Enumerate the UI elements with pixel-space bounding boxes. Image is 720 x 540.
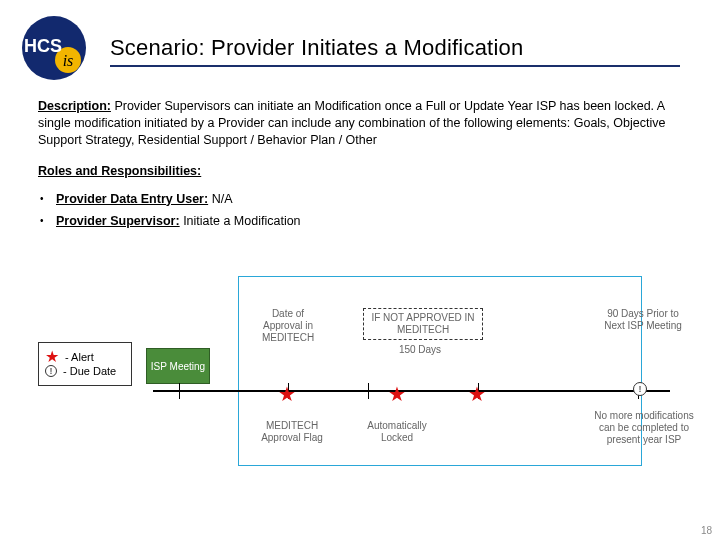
label-90-days: 90 Days Prior to Next ISP Meeting	[598, 308, 688, 332]
role-detail: N/A	[212, 192, 233, 206]
description-text: Provider Supervisors can initiate an Mod…	[38, 99, 665, 147]
label-date-approval: Date of Approval in MEDITECH	[253, 308, 323, 344]
slide-header: HCS is Scenario: Provider Initiates a Mo…	[0, 0, 720, 84]
bullet-icon: •	[40, 191, 56, 208]
legend-alert-label: - Alert	[65, 351, 94, 363]
description: Description: Provider Supervisors can in…	[38, 98, 682, 149]
role-detail: Initiate a Modification	[183, 214, 300, 228]
label-150-days: 150 Days	[390, 344, 450, 356]
isp-meeting-box: ISP Meeting	[146, 348, 210, 384]
star-icon: ★	[468, 382, 486, 406]
slide-title: Scenario: Provider Initiates a Modificat…	[110, 35, 680, 67]
bullet-icon: •	[40, 213, 56, 230]
label-auto-locked: Automatically Locked	[358, 420, 436, 444]
duedate-icon: !	[45, 365, 57, 377]
timeline-line	[153, 390, 670, 392]
label-not-approved: IF NOT APPROVED IN MEDITECH	[363, 308, 483, 340]
label-no-more-mods: No more modifications can be completed t…	[592, 410, 696, 446]
legend-duedate: ! - Due Date	[45, 365, 125, 377]
label-approval-flag: MEDITECH Approval Flag	[256, 420, 328, 444]
roles-heading: Roles and Responsibilities:	[38, 163, 682, 180]
role-name: Provider Data Entry User:	[56, 192, 208, 206]
legend-alert: ★ - Alert	[45, 351, 125, 363]
page-number: 18	[701, 525, 712, 536]
star-icon: ★	[278, 382, 296, 406]
star-icon: ★	[388, 382, 406, 406]
role-item: • Provider Data Entry User: N/A	[38, 188, 682, 211]
svg-text:HCS: HCS	[24, 36, 62, 56]
slide-body: Description: Provider Supervisors can in…	[0, 84, 720, 233]
role-item: • Provider Supervisor: Initiate a Modifi…	[38, 210, 682, 233]
star-icon: ★	[45, 351, 59, 363]
legend-duedate-label: - Due Date	[63, 365, 116, 377]
description-label: Description:	[38, 99, 111, 113]
label-not-approved-text: IF NOT APPROVED IN MEDITECH	[363, 308, 483, 340]
legend: ★ - Alert ! - Due Date	[38, 342, 132, 386]
duedate-icon: !	[633, 382, 647, 396]
hcsis-logo: HCS is	[20, 12, 92, 84]
timeline-diagram: ★ - Alert ! - Due Date ISP Meeting Date …	[38, 280, 700, 480]
svg-text:is: is	[63, 52, 74, 69]
role-name: Provider Supervisor:	[56, 214, 180, 228]
